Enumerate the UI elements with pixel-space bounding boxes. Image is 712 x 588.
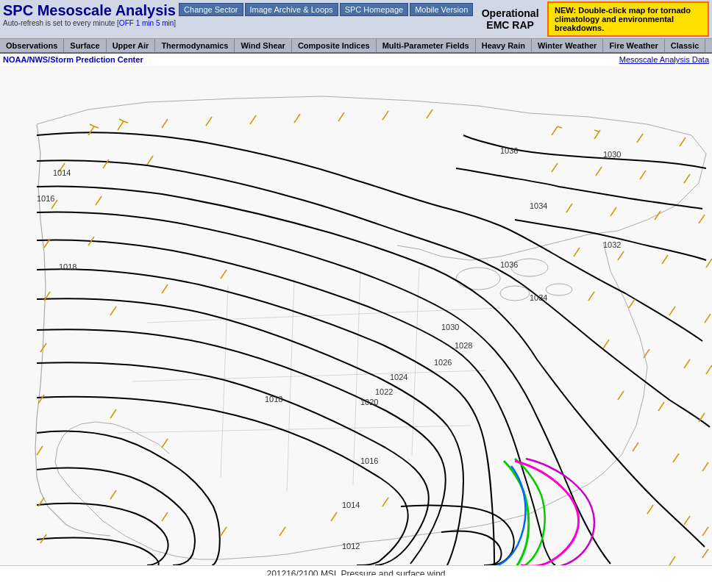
menu-item-composite-indices[interactable]: Composite Indices (292, 39, 377, 52)
svg-text:1030: 1030 (603, 150, 621, 159)
map-footer-text: 201216/2100 MSL Pressure and surface win… (266, 569, 445, 576)
menu-item-observations[interactable]: Observations (0, 39, 64, 52)
notice-box: NEW: Double-click map for tornado climat… (547, 1, 709, 37)
map-header: NOAA/NWS/Storm Prediction Center Mesosca… (0, 54, 712, 65)
menu-item-multi-parameter-fields[interactable]: Multi-Parameter Fields (377, 39, 476, 52)
svg-text:1036: 1036 (500, 146, 518, 155)
svg-text:1034: 1034 (530, 293, 547, 302)
svg-text:1022: 1022 (375, 387, 393, 396)
svg-text:1030: 1030 (441, 323, 459, 331)
auto-refresh-info: Auto-refresh is set to every minute [OFF… (3, 19, 176, 27)
svg-text:1032: 1032 (603, 240, 621, 249)
svg-rect-0 (0, 65, 712, 565)
map-footer: 201216/2100 MSL Pressure and surface win… (0, 565, 712, 576)
svg-text:1016: 1016 (360, 456, 378, 465)
menu-item-thermodynamics[interactable]: Thermodynamics (155, 39, 235, 52)
menu-item-winter-weather[interactable]: Winter Weather (532, 39, 603, 52)
svg-text:1016: 1016 (37, 194, 54, 203)
title-block: SPC Mesoscale Analysis Auto-refresh is s… (3, 1, 176, 37)
nav-button-1[interactable]: Image Archive & Loops (245, 3, 338, 16)
svg-text:1034: 1034 (530, 201, 547, 210)
svg-text:1012: 1012 (342, 542, 360, 551)
map-container: NOAA/NWS/Storm Prediction Center Mesosca… (0, 54, 712, 576)
menu-item-heavy-rain[interactable]: Heavy Rain (476, 39, 532, 52)
svg-text:1014: 1014 (53, 168, 71, 177)
data-link[interactable]: Mesoscale Analysis Data (619, 55, 709, 64)
svg-text:1026: 1026 (434, 358, 452, 367)
svg-text:1020: 1020 (360, 398, 378, 406)
noaa-label: NOAA/NWS/Storm Prediction Center (3, 55, 143, 64)
svg-text:1036: 1036 (500, 260, 518, 269)
menu-item-classic[interactable]: Classic (665, 39, 706, 52)
svg-text:1014: 1014 (342, 501, 360, 509)
off-link[interactable]: OFF (119, 19, 134, 27)
header: SPC Mesoscale Analysis Auto-refresh is s… (0, 0, 712, 39)
app-title: SPC Mesoscale Analysis (3, 1, 176, 19)
nav-button-3[interactable]: Mobile Version (410, 3, 473, 16)
weather-map-svg: L 1014 1016 1018 1036 1030 1034 1036 103… (0, 65, 712, 565)
center-title: Operational EMC RAP (476, 7, 544, 31)
menu-item-wind-shear[interactable]: Wind Shear (235, 39, 291, 52)
svg-text:1018: 1018 (59, 262, 76, 271)
menu-item-upper-air[interactable]: Upper Air (107, 39, 156, 52)
menu-item-beta[interactable]: Beta (705, 39, 712, 52)
1min-link[interactable]: 1 min (136, 19, 154, 27)
menu-bar: ObservationsSurfaceUpper AirThermodynami… (0, 39, 712, 54)
nav-button-2[interactable]: SPC Homepage (340, 3, 409, 16)
svg-text:1018: 1018 (265, 395, 282, 404)
map-canvas[interactable]: L 1014 1016 1018 1036 1030 1034 1036 103… (0, 65, 712, 565)
menu-item-fire-weather[interactable]: Fire Weather (603, 39, 664, 52)
svg-text:1024: 1024 (390, 373, 407, 381)
svg-text:1028: 1028 (455, 341, 472, 350)
5min-link[interactable]: 5 min (156, 19, 174, 27)
menu-item-surface[interactable]: Surface (64, 39, 106, 52)
nav-button-0[interactable]: Change Sector (179, 3, 243, 16)
nav-buttons: Change SectorImage Archive & LoopsSPC Ho… (179, 1, 473, 37)
app-container: SPC Mesoscale Analysis Auto-refresh is s… (0, 0, 712, 576)
